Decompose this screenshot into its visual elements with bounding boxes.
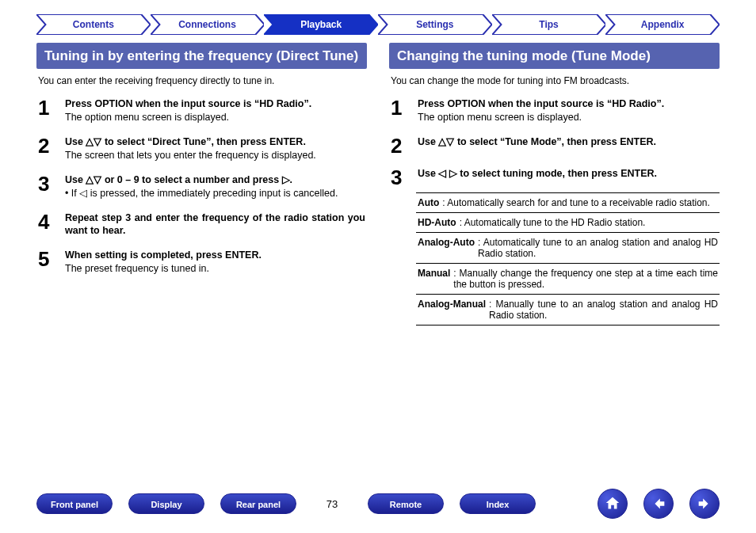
tab-tips[interactable]: Tips bbox=[492, 14, 606, 35]
step-sub: The preset frequency is tuned in. bbox=[65, 262, 365, 276]
step-title: Use ◁ ▷ to select tuning mode, then pres… bbox=[418, 167, 718, 181]
mode-label: Analog-Manual bbox=[418, 299, 486, 321]
step-number: 3 bbox=[38, 173, 55, 200]
right-heading: Changing the tuning mode (Tune Mode) bbox=[389, 43, 720, 69]
step-number: 4 bbox=[38, 211, 55, 238]
rear-panel-button[interactable]: Rear panel bbox=[220, 493, 296, 514]
step-title: Press OPTION when the input source is “H… bbox=[418, 97, 718, 111]
top-tab-bar: Contents Connections Playback Settings T… bbox=[0, 0, 756, 35]
tab-label: Settings bbox=[416, 19, 453, 30]
mode-desc: : Manually tune to an analog station and… bbox=[489, 299, 718, 321]
tab-label: Appendix bbox=[641, 19, 685, 30]
mode-label: Analog-Auto bbox=[418, 237, 475, 259]
left-step-4: 4 Repeat step 3 and enter the frequency … bbox=[38, 211, 365, 238]
step-number: 1 bbox=[38, 97, 55, 124]
step-number: 2 bbox=[38, 135, 55, 162]
display-button[interactable]: Display bbox=[128, 493, 204, 514]
mode-row-analogauto: Analog-Auto : Automatically tune to an a… bbox=[416, 233, 720, 264]
left-heading: Tuning in by entering the frequency (Dir… bbox=[36, 43, 367, 69]
tab-label: Tips bbox=[539, 19, 558, 30]
step-number: 1 bbox=[391, 97, 408, 124]
left-intro: You can enter the receiving frequency di… bbox=[38, 75, 365, 86]
mode-desc: : Automatically search for and tune to a… bbox=[442, 197, 718, 208]
mode-row-manual: Manual : Manually change the frequency o… bbox=[416, 264, 720, 295]
step-title: When setting is completed, press ENTER. bbox=[65, 249, 365, 262]
tab-contents[interactable]: Contents bbox=[36, 14, 151, 35]
left-step-3: 3 Use △▽ or 0 – 9 to select a number and… bbox=[38, 173, 365, 200]
home-icon bbox=[604, 495, 621, 512]
tune-mode-table: Auto : Automatically search for and tune… bbox=[416, 192, 720, 326]
left-step-2: 2 Use △▽ to select “Direct Tune”, then p… bbox=[38, 135, 365, 162]
tab-connections[interactable]: Connections bbox=[151, 14, 265, 35]
tab-label: Playback bbox=[300, 19, 342, 30]
remote-button[interactable]: Remote bbox=[368, 493, 444, 514]
index-button[interactable]: Index bbox=[460, 493, 536, 514]
left-step-5: 5 When setting is completed, press ENTER… bbox=[38, 249, 365, 276]
front-panel-button[interactable]: Front panel bbox=[36, 493, 113, 514]
right-step-3: 3 Use ◁ ▷ to select tuning mode, then pr… bbox=[391, 167, 718, 188]
mode-label: HD-Auto bbox=[418, 217, 456, 228]
mode-desc: : Manually change the frequency one step… bbox=[453, 268, 718, 290]
step-sub: The option menu screen is displayed. bbox=[418, 111, 718, 124]
step-number: 5 bbox=[38, 249, 55, 276]
mode-row-analogmanual: Analog-Manual : Manually tune to an anal… bbox=[416, 295, 720, 326]
step-title: Repeat step 3 and enter the frequency of… bbox=[65, 211, 365, 238]
mode-desc: : Automatically tune to the HD Radio sta… bbox=[460, 217, 718, 228]
right-step-1: 1 Press OPTION when the input source is … bbox=[391, 97, 718, 124]
step-title: Use △▽ to select “Tune Mode”, then press… bbox=[418, 135, 718, 149]
step-sub: The option menu screen is displayed. bbox=[65, 111, 365, 124]
mode-label: Auto bbox=[418, 197, 439, 208]
right-intro: You can change the mode for tuning into … bbox=[391, 75, 718, 86]
step-title: Press OPTION when the input source is “H… bbox=[65, 97, 365, 111]
mode-desc: : Automatically tune to an analog statio… bbox=[478, 237, 718, 259]
back-button[interactable] bbox=[643, 489, 674, 519]
step-bullet: If ◁ is pressed, the immediately precedi… bbox=[65, 187, 365, 200]
content-columns: Tuning in by entering the frequency (Dir… bbox=[0, 35, 756, 326]
left-step-1: 1 Press OPTION when the input source is … bbox=[38, 97, 365, 124]
step-number: 3 bbox=[391, 167, 408, 188]
tab-label: Contents bbox=[73, 19, 114, 30]
step-title: Use △▽ or 0 – 9 to select a number and p… bbox=[65, 173, 365, 187]
right-column: Changing the tuning mode (Tune Mode) You… bbox=[389, 43, 720, 326]
left-column: Tuning in by entering the frequency (Dir… bbox=[36, 43, 367, 326]
mode-row-hdauto: HD-Auto : Automatically tune to the HD R… bbox=[416, 213, 720, 233]
mode-row-auto: Auto : Automatically search for and tune… bbox=[416, 193, 720, 213]
step-title: Use △▽ to select “Direct Tune”, then pre… bbox=[65, 135, 365, 149]
arrow-left-icon bbox=[650, 495, 667, 512]
tab-appendix[interactable]: Appendix bbox=[605, 14, 720, 35]
step-sub: The screen that lets you enter the frequ… bbox=[65, 149, 365, 162]
page-number: 73 bbox=[312, 498, 352, 510]
step-number: 2 bbox=[391, 135, 408, 156]
forward-button[interactable] bbox=[689, 489, 720, 519]
bottom-nav-bar: Front panel Display Rear panel 73 Remote… bbox=[0, 489, 756, 519]
tab-label: Connections bbox=[178, 19, 236, 30]
right-step-2: 2 Use △▽ to select “Tune Mode”, then pre… bbox=[391, 135, 718, 156]
tab-settings[interactable]: Settings bbox=[378, 14, 492, 35]
mode-label: Manual bbox=[418, 268, 450, 290]
arrow-right-icon bbox=[696, 495, 713, 512]
tab-playback[interactable]: Playback bbox=[264, 14, 378, 35]
home-button[interactable] bbox=[598, 489, 628, 519]
